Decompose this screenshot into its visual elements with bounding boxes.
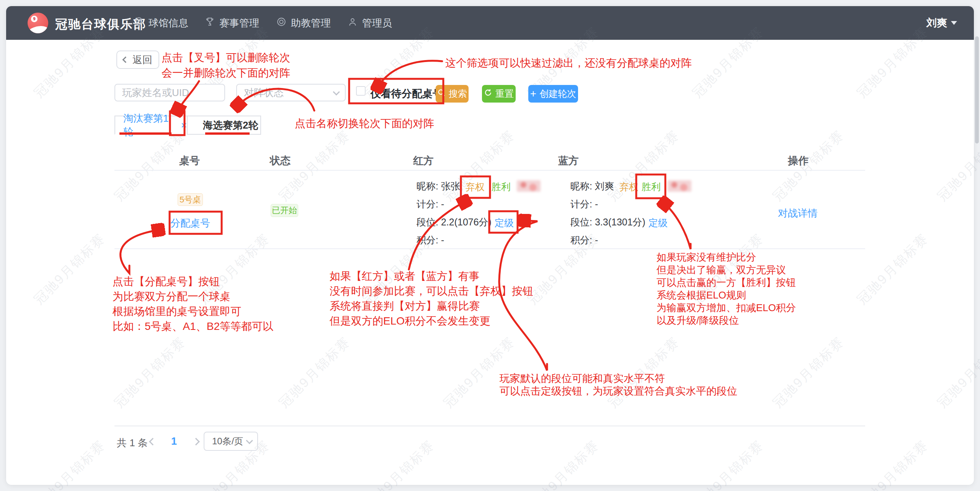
pending-table-checkbox[interactable]	[356, 86, 366, 96]
red-points: 积分: -	[416, 234, 444, 246]
back-button[interactable]: 返回	[116, 51, 159, 69]
red-rank: 段位: 2.2(1076分)	[416, 216, 492, 228]
table-bottom-divider	[114, 426, 865, 426]
pagination-page-1[interactable]: 1	[171, 436, 177, 447]
chevron-down-icon	[333, 88, 340, 95]
assign-table-button[interactable]: 分配桌号	[170, 217, 210, 230]
red-grade-button[interactable]: 定级	[495, 217, 514, 229]
plus-icon: +	[530, 88, 536, 99]
annotation-forfeit: 如果【红方】或者【蓝方】有事没有时间参加比赛，可以点击【弃权】按钮系统将直接判【…	[330, 269, 533, 328]
reset-button[interactable]: 重置	[482, 85, 516, 103]
annotation-assign-table: 点击【分配桌号】按钮为比赛双方分配一个球桌根据场馆里的桌号设置即可比如：5号桌、…	[113, 274, 273, 334]
status-badge: 已开始	[271, 204, 298, 217]
red-score: 计分: -	[416, 198, 444, 210]
match-detail-link[interactable]: 对战详情	[778, 207, 818, 220]
pending-table-checkbox-label[interactable]: 仅看待分配桌号	[371, 87, 443, 101]
reset-button-label: 重置	[495, 88, 514, 100]
annotation-filter-tip: 这个筛选项可以快速过滤出，还没有分配球桌的对阵	[445, 56, 692, 70]
col-header-table: 桌号	[179, 154, 200, 168]
annotation-victory: 如果玩家没有维护比分但是决出了输赢，双方无异议可以点击赢的一方【胜利】按钮系统会…	[657, 251, 796, 327]
search-button[interactable]: 搜索	[436, 85, 469, 103]
blue-rank: 段位: 3.3(1301分)	[570, 216, 645, 228]
tab-qualifier-round-2[interactable]: 海选赛第2轮	[187, 116, 261, 135]
blue-nickname: 昵称: 刘爽	[570, 180, 614, 192]
red-nickname: 昵称: 张张	[416, 180, 460, 192]
red-forfeit-button[interactable]: 弃权	[466, 181, 485, 193]
blue-score: 计分: -	[570, 198, 598, 210]
blue-points: 积分: -	[570, 234, 598, 246]
col-header-status: 状态	[270, 154, 291, 168]
red-redacted-button[interactable]	[517, 180, 541, 192]
col-header-action: 操作	[788, 154, 808, 168]
close-icon[interactable]: ×	[181, 120, 187, 130]
page: 9 冠驰台球俱乐部 球馆信息 赛事管理	[0, 0, 980, 491]
pagination-next-button[interactable]	[192, 438, 200, 445]
page-size-select[interactable]: 10条/页	[204, 432, 258, 451]
chevron-down-icon	[246, 437, 253, 444]
row-divider	[114, 248, 865, 249]
header-divider	[114, 170, 865, 171]
player-search-input[interactable]	[114, 84, 225, 101]
blue-redacted-button[interactable]	[668, 180, 691, 192]
tab-label[interactable]: 淘汰赛第1轮	[123, 112, 175, 139]
create-round-button[interactable]: + 创建轮次	[528, 85, 578, 103]
annotation-grade: 玩家默认的段位可能和真实水平不符可以点击定级按钮，为玩家设置符合真实水平的段位	[500, 372, 737, 398]
search-icon	[437, 88, 446, 99]
chevron-left-icon	[122, 57, 129, 63]
select-placeholder: 对阵状态	[244, 86, 333, 100]
refresh-icon	[484, 88, 492, 99]
blue-grade-button[interactable]: 定级	[648, 217, 668, 229]
col-header-red: 红方	[413, 154, 434, 168]
search-button-label: 搜索	[449, 88, 467, 100]
tab-label[interactable]: 海选赛第2轮	[203, 119, 258, 132]
blue-victory-button[interactable]: 胜利	[642, 181, 661, 193]
tab-knockout-round-1[interactable]: 淘汰赛第1轮 ×	[114, 116, 188, 135]
annotation-delete-round: 点击【叉号】可以删除轮次会一并删除轮次下面的对阵	[162, 50, 290, 81]
create-round-button-label: 创建轮次	[539, 88, 576, 100]
pagination-prev-button[interactable]	[149, 438, 157, 445]
blue-forfeit-button[interactable]: 弃权	[619, 181, 639, 193]
page-size-value: 10条/页	[212, 435, 246, 447]
back-button-label: 返回	[132, 53, 152, 67]
annotation-switch-tab: 点击名称切换轮次下面的对阵	[295, 116, 434, 131]
col-header-blue: 蓝方	[558, 154, 579, 168]
match-status-select[interactable]: 对阵状态	[236, 84, 346, 101]
table-number-tag: 5号桌	[178, 193, 203, 206]
pagination-total: 共 1 条	[117, 436, 148, 450]
red-victory-button[interactable]: 胜利	[492, 181, 511, 193]
